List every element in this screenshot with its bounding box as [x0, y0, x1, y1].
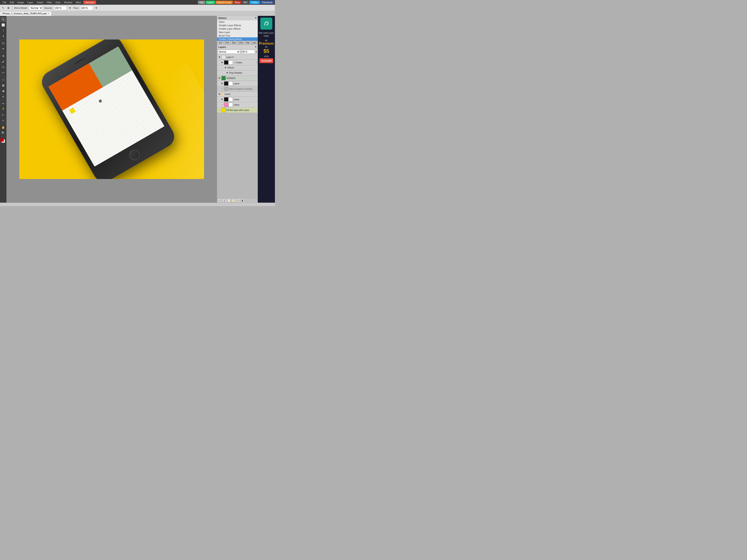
layer-item-leave-pink[interactable]: 👁 Leave [217, 102, 258, 108]
canvas-area[interactable] [6, 16, 217, 203]
layers-mode-select[interactable]: Normal [218, 50, 240, 54]
layers-delete-btn[interactable]: 🗑 [240, 199, 244, 202]
nav-twitter[interactable]: Twitter [249, 1, 260, 4]
layer-visibility-9[interactable]: 👁 [218, 56, 221, 59]
nav-report-bug[interactable]: Report a bug [216, 1, 233, 4]
menu-select[interactable]: Select [35, 1, 45, 4]
layer-name-leave-2: Leave [233, 82, 257, 85]
tool-blur[interactable]: ◉ [1, 88, 6, 94]
layer-item-dropshadow[interactable]: 👁 Drop Shadow [217, 71, 258, 76]
history-panel-header[interactable]: History ▾ [217, 16, 258, 20]
layers-panel-toggle[interactable]: ▾ [255, 46, 256, 48]
layer-item-leave-2[interactable]: 👁 Leave [217, 81, 258, 86]
history-panel-toggle[interactable]: ▾ [255, 17, 256, 19]
layer-item-adjust-opacity[interactable]: 👁 Adjust Opacity if needed [217, 86, 258, 92]
nav-info[interactable]: Info [198, 1, 205, 4]
history-item-clip-mask[interactable]: Enable Clipping Mask [217, 37, 258, 41]
layer-item-screen[interactable]: 👁 SCREEN [217, 76, 258, 81]
tool-lasso[interactable]: ⌇ [1, 28, 6, 33]
color-swatches[interactable] [0, 138, 6, 144]
tool-option-1[interactable]: ↖ [1, 6, 5, 10]
tool-gradient[interactable]: ▦ [1, 83, 6, 88]
panel-tab-inf[interactable]: Inf [217, 41, 224, 45]
layer-visibility-leave-folder[interactable]: 👁 [218, 93, 221, 96]
tool-zoom[interactable]: 🔍 [1, 130, 6, 135]
tool-dodge[interactable]: ⌀ [1, 94, 6, 99]
layer-visibility-effects[interactable]: 👁 [224, 66, 227, 69]
tool-clone[interactable]: ⊙ [1, 64, 6, 70]
layer-item-effects[interactable]: 👁 Effects [217, 65, 258, 71]
layer-item-leave-folder[interactable]: 👁 📁 Leave [217, 92, 258, 97]
tool-brush[interactable]: 🖌 [1, 59, 6, 64]
layers-mask-btn[interactable]: ⬜ [227, 199, 231, 202]
tab-document[interactable]: iPhone_7_Screens_Web_TEMPLATE.psd ✕ [0, 11, 52, 16]
panel-tab-pro[interactable]: Pro [224, 41, 231, 45]
tool-crop[interactable]: ⊡ [1, 41, 6, 46]
tool-eyedropper[interactable]: ✒ [1, 46, 6, 51]
history-item-enable-fx[interactable]: Enable Layer Effects [217, 27, 258, 30]
layer-item-fill[interactable]: 👁 Fill this layer with colour [217, 108, 258, 113]
menu-file[interactable]: File [1, 1, 8, 4]
layer-visibility-leave-2[interactable]: 👁 [221, 82, 224, 85]
blend-mode-select[interactable]: Normal [29, 6, 43, 10]
menu-account[interactable]: Account [83, 1, 96, 4]
tool-move[interactable]: ↖ [1, 17, 6, 22]
layers-folder-btn[interactable]: 📁 [232, 199, 235, 202]
tool-pen[interactable]: ✏ [1, 101, 6, 106]
layer-visibility-leave-pink[interactable]: 👁 [221, 103, 224, 106]
tool-option-2[interactable]: ⊕ [6, 6, 10, 10]
tab-close-btn[interactable]: ✕ [48, 12, 49, 15]
nav-learn[interactable]: Learn [206, 1, 215, 4]
opacity-arrow[interactable]: ▾ [68, 6, 72, 10]
tool-history-brush[interactable]: ↩ [1, 70, 6, 75]
layers-opacity-arrow[interactable]: ▾ [256, 51, 257, 53]
menu-more[interactable]: More [74, 1, 83, 4]
menu-edit[interactable]: Edit [8, 1, 16, 4]
layer-item-leave-1[interactable]: 👁 🔗 Leave ƒ [217, 60, 258, 65]
opacity-input[interactable] [54, 6, 67, 10]
layers-opacity-input[interactable] [241, 50, 255, 54]
layers-panel-header[interactable]: Layers ▾ [217, 45, 258, 49]
menu-image[interactable]: Image [16, 1, 26, 4]
layers-panel: Layers ▾ Normal ▾ 👁 Layer 9 👁 [217, 45, 258, 203]
tool-shape[interactable]: ▭ [1, 117, 6, 123]
panel-tab-bru[interactable]: Bru [231, 41, 237, 45]
layer-visibility-screen[interactable]: 👁 [218, 77, 221, 80]
flow-input[interactable] [80, 6, 93, 10]
layer-visibility-adjust[interactable]: 👁 [221, 87, 224, 90]
layer-visibility-dropshadow[interactable]: 👁 [226, 72, 229, 75]
panel-tab-lac[interactable]: LaC [251, 41, 258, 45]
layer-item-leave-bw1[interactable]: 👁 Leave [217, 97, 258, 102]
tool-magic-wand[interactable]: ✦ [1, 33, 6, 38]
layers-fx-btn[interactable]: ƒ [223, 199, 226, 202]
menu-window[interactable]: Window [62, 1, 74, 4]
layer-thumb-screen [222, 76, 226, 80]
history-item-new-layer[interactable]: New Layer [217, 30, 258, 34]
layer-visibility-leave-1[interactable]: 👁 [221, 61, 224, 64]
menu-view[interactable]: View [54, 1, 62, 4]
tool-hand[interactable]: ✋ [1, 125, 6, 130]
layer-item-9[interactable]: 👁 Layer 9 [217, 55, 258, 60]
tool-path-select[interactable]: ▷ [1, 112, 6, 117]
menu-filter[interactable]: Filter [45, 1, 53, 4]
tool-text[interactable]: T [1, 106, 6, 112]
layer-visibility-leave-bw1[interactable]: 👁 [221, 98, 224, 101]
ad-account-button[interactable]: Account [259, 58, 273, 63]
foreground-color[interactable] [0, 138, 4, 142]
layer-visibility-fill[interactable]: 👁 [218, 109, 221, 112]
nav-api[interactable]: API [242, 1, 249, 4]
history-item-open[interactable]: Open [217, 20, 258, 24]
history-item-brush[interactable]: Brush Tool [217, 34, 258, 37]
layers-new-btn[interactable]: + [236, 199, 240, 202]
tool-eraser[interactable]: ◻ [1, 77, 6, 82]
layers-link-btn[interactable]: 🔗 [218, 199, 222, 202]
history-item-disable-fx[interactable]: Disable Layer Effects [217, 24, 258, 27]
nav-facebook[interactable]: Facebook [260, 1, 274, 4]
tool-spot-heal[interactable]: ⊕ [1, 53, 6, 58]
menu-layer[interactable]: Layer [26, 1, 35, 4]
panel-tab-par[interactable]: Par [244, 41, 251, 45]
tool-select-rect[interactable]: ⬜ [1, 22, 6, 27]
flow-arrow[interactable]: ▾ [94, 6, 98, 10]
nav-blog[interactable]: Blog [233, 1, 241, 4]
panel-tab-cha[interactable]: Cha [237, 41, 244, 45]
